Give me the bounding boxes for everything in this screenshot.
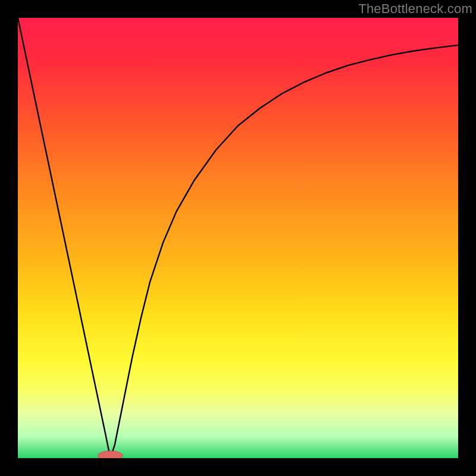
gradient-background — [18, 18, 458, 458]
chart-frame: TheBottleneck.com — [0, 0, 476, 476]
chart-svg — [18, 18, 458, 458]
plot-area — [18, 18, 458, 458]
watermark-text: TheBottleneck.com — [358, 1, 472, 17]
minimum-marker — [98, 451, 123, 458]
